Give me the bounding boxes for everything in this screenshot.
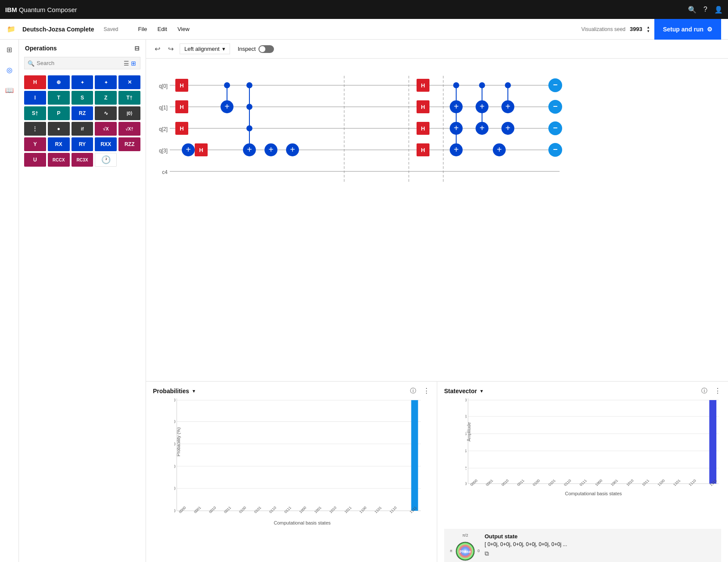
- svg-text:0.2: 0.2: [466, 466, 467, 470]
- grid-view-icon[interactable]: ⊞: [131, 60, 136, 67]
- gate-I[interactable]: I: [24, 91, 46, 105]
- collapse-icon[interactable]: ⊟: [134, 45, 140, 52]
- gate-Tdagger[interactable]: T†: [118, 91, 140, 105]
- app-logo-ibm: IBM Quantum Composer: [5, 6, 77, 13]
- gate-dots[interactable]: ⋮: [24, 122, 46, 136]
- user-icon[interactable]: 👤: [714, 6, 723, 14]
- svg-text:1100: 1100: [656, 478, 666, 487]
- svg-text:0110: 0110: [563, 478, 572, 487]
- svg-text:H: H: [421, 104, 425, 110]
- alignment-select[interactable]: Left alignment ▾: [180, 43, 230, 54]
- svg-text:+: +: [479, 123, 485, 133]
- sv-x-labels: 0000 0001 0010 0011 0100 0101 0110 0111 …: [469, 478, 718, 487]
- vis-seed-arrows[interactable]: ▲ ▼: [647, 25, 650, 33]
- gate-RC3X[interactable]: RC3X: [72, 153, 93, 167]
- svg-text:1100: 1100: [358, 505, 367, 514]
- ctrl-mid-q2: [246, 125, 252, 131]
- ops-title: Operations: [25, 45, 57, 52]
- svg-text:0.4: 0.4: [466, 448, 467, 453]
- sv-more-icon[interactable]: ⋮: [714, 387, 721, 395]
- saved-badge: Saved: [103, 26, 118, 32]
- gate-X[interactable]: ✕: [118, 75, 140, 89]
- view-menu[interactable]: View: [173, 24, 194, 34]
- file-menu[interactable]: File: [134, 24, 152, 34]
- gate-RY[interactable]: RY: [72, 137, 93, 151]
- gate-wave[interactable]: ∿: [95, 106, 117, 120]
- dashboard-icon[interactable]: ⊞: [4, 43, 15, 56]
- prob-panel-header: Probabilities ▾ ⓘ ⋮: [153, 387, 430, 395]
- main-layout: ⊞ ◎ 📖 Operations ⊟ 🔍 ☰ ⊞ H ⊕ ✦ ✦ ✕ I T: [0, 40, 728, 562]
- undo-button[interactable]: ↩: [153, 43, 162, 55]
- gate-ctrl2[interactable]: ✦: [95, 75, 117, 89]
- circuit-icon[interactable]: ◎: [4, 63, 15, 77]
- inspect-toggle: Inspect: [238, 45, 274, 53]
- gate-RCCX[interactable]: RCCX: [48, 153, 70, 167]
- svg-text:0: 0: [477, 549, 479, 553]
- gate-sqrtX[interactable]: √X: [95, 122, 117, 136]
- gate-RZZ[interactable]: RZZ: [118, 137, 140, 151]
- sv-panel-header: Statevector ▾ ⓘ ⋮: [444, 387, 721, 395]
- copy-icon[interactable]: ⧉: [485, 550, 489, 557]
- prob-panel-title: Probabilities: [153, 388, 189, 394]
- gate-S[interactable]: S: [72, 91, 93, 105]
- prob-more-icon[interactable]: ⋮: [423, 387, 430, 395]
- gate-XOR[interactable]: ⊕: [48, 75, 70, 89]
- gate-clock[interactable]: 🕐: [95, 153, 117, 167]
- svg-text:1001: 1001: [610, 478, 619, 487]
- gate-RZ[interactable]: RZ: [72, 106, 93, 120]
- gate-U[interactable]: U: [24, 153, 46, 167]
- book-icon[interactable]: 📖: [3, 84, 16, 97]
- sv-dropdown-icon[interactable]: ▾: [480, 388, 483, 394]
- svg-text:+: +: [497, 145, 502, 154]
- prob-info-icon[interactable]: ⓘ: [410, 387, 416, 395]
- gate-T[interactable]: T: [48, 91, 70, 105]
- svg-text:0101: 0101: [548, 478, 557, 487]
- svg-text:0010: 0010: [501, 478, 510, 487]
- x-labels: 0000 0001 0010 0011 0100 0101 0110 0111 …: [178, 505, 418, 514]
- gate-RX[interactable]: RX: [48, 137, 70, 151]
- gate-RXX[interactable]: RXX: [95, 137, 117, 151]
- setup-run-button[interactable]: Setup and run ⚙: [654, 19, 721, 40]
- alignment-label: Left alignment: [184, 46, 220, 52]
- inspect-toggle-track[interactable]: [258, 45, 274, 53]
- svg-text:0100: 0100: [532, 478, 541, 487]
- svg-text:+: +: [505, 123, 510, 133]
- svg-text:1011: 1011: [343, 505, 352, 514]
- svg-text:+: +: [224, 102, 230, 111]
- side-icons: ⊞ ◎ 📖: [0, 40, 19, 562]
- svg-text:+: +: [454, 123, 459, 133]
- phase-dial: π/2 π 0 3π/2: [450, 533, 480, 562]
- search-input[interactable]: [24, 57, 140, 69]
- svg-text:0111: 0111: [283, 505, 292, 514]
- sv-panel-title: Statevector: [444, 388, 477, 394]
- search-icon: 🔍: [28, 60, 34, 66]
- gate-ctrl1[interactable]: ✦: [72, 75, 93, 89]
- prob-dropdown-icon[interactable]: ▾: [193, 388, 195, 394]
- search-icon[interactable]: 🔍: [688, 6, 697, 14]
- qubit-label-2: q[2]: [159, 126, 168, 132]
- svg-text:H: H: [421, 82, 425, 89]
- operations-panel: Operations ⊟ 🔍 ☰ ⊞ H ⊕ ✦ ✦ ✕ I T S Z T† …: [19, 40, 146, 562]
- list-view-icon[interactable]: ☰: [124, 60, 129, 67]
- gate-dot[interactable]: ●: [48, 122, 70, 136]
- svg-text:π: π: [450, 549, 452, 553]
- statevector-panel: Statevector ▾ ⓘ ⋮ Amplitude 1.0 0.8 0.6: [437, 382, 728, 562]
- prob-chart-svg: Probability (%) 100 80 60 40 20 0: [174, 398, 430, 523]
- edit-menu[interactable]: Edit: [153, 24, 171, 34]
- sv-info-icon[interactable]: ⓘ: [701, 387, 707, 395]
- redo-button[interactable]: ↪: [166, 43, 175, 55]
- gate-sqrtXdagger[interactable]: √X†: [118, 122, 140, 136]
- gate-Sdagger[interactable]: S†: [24, 106, 46, 120]
- vis-seed-label: Visualizations seed: [582, 26, 626, 32]
- gate-Y[interactable]: Y: [24, 137, 46, 151]
- circuit-toolbar: ↩ ↪ Left alignment ▾ Inspect: [146, 40, 728, 59]
- help-icon[interactable]: ?: [703, 6, 707, 13]
- ctrl-mid-q1: [246, 104, 252, 110]
- gate-if[interactable]: if: [72, 122, 93, 136]
- gate-H[interactable]: H: [24, 75, 46, 89]
- gate-P[interactable]: P: [48, 106, 70, 120]
- gate-0ket[interactable]: |0⟩: [118, 106, 140, 120]
- gate-Z[interactable]: Z: [95, 91, 117, 105]
- svg-text:0101: 0101: [253, 505, 262, 514]
- svg-text:π/2: π/2: [462, 533, 468, 537]
